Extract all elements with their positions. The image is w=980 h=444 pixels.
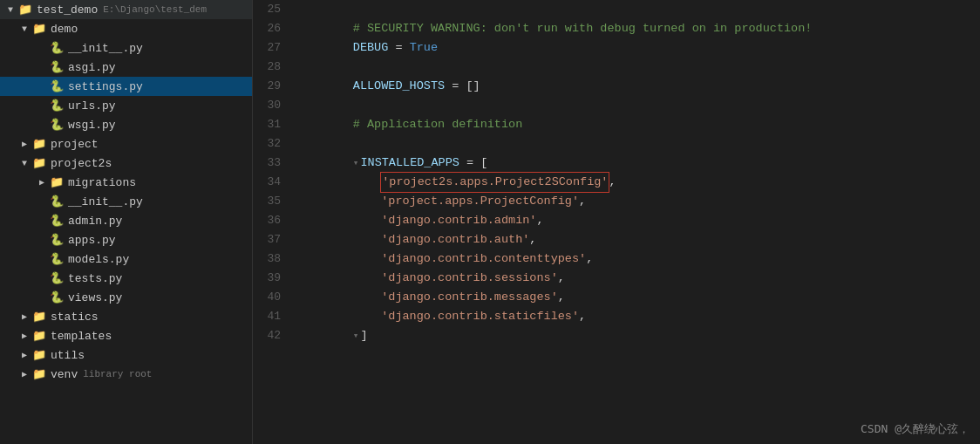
code-line-32: ▾INSTALLED_APPS = [ [296,134,980,154]
sidebar-item-label: __init__.py [68,42,143,55]
sidebar-item-label: apps.py [68,234,116,247]
code-line-38: 'django.contrib.sessions', [296,249,980,269]
sidebar-item-label: project2s [51,157,112,170]
code-line-40: 'django.contrib.staticfiles', [296,288,980,307]
sidebar-item-tests-py[interactable]: 🐍 tests.py [0,269,252,288]
sidebar-item-demo[interactable]: ▼ 📁 demo [0,19,252,38]
arrow-icon: ▶ [17,350,31,360]
sidebar-item-label: asgi.py [68,61,116,74]
code-line-33: 'project2s.apps.Project2SConfig', [296,154,980,173]
sidebar-item-asgi-py[interactable]: 🐍 asgi.py [0,58,252,77]
py-file-icon: 🐍 [49,290,65,304]
py-file-icon: 🐍 [49,271,65,285]
py-file-icon: 🐍 [49,41,65,55]
py-file-icon: 🐍 [49,214,65,228]
code-line-36: 'django.contrib.auth', [296,211,980,230]
sidebar-item-label: __init__.py [68,195,143,208]
project-path: E:\Django\test_dem [103,4,207,15]
code-content: # SECURITY WARNING: don't run with debug… [289,0,980,444]
sidebar-item-project[interactable]: ▶ 📁 project [0,134,252,154]
sidebar-item-label: test_demo [37,3,98,17]
py-file-icon: 🐍 [49,60,65,74]
code-line-37: 'django.contrib.contenttypes', [296,230,980,249]
sidebar-item-label: templates [51,330,112,343]
code-line-39: 'django.contrib.messages', [296,269,980,288]
file-tree: ▼ 📁 test_demo E:\Django\test_dem ▼ 📁 dem… [0,0,252,444]
arrow-icon: ▼ [3,5,17,15]
watermark: CSDN @久醉绕心弦， [861,421,970,437]
sidebar-item-test_demo[interactable]: ▼ 📁 test_demo E:\Django\test_dem [0,0,252,19]
sidebar-item-label: wsgi.py [68,119,116,132]
sidebar-item-migrations[interactable]: ▶ 📁 migrations [0,173,252,192]
sidebar-item-init-py[interactable]: 🐍 __init__.py [0,38,252,58]
code-line-25: # SECURITY WARNING: don't run with debug… [296,0,980,19]
folder-icon: 📁 [31,329,47,343]
sidebar-item-label: admin.py [68,215,122,228]
py-file-icon: 🐍 [49,252,65,266]
code-line-28: ALLOWED_HOSTS = [] [296,58,980,77]
sidebar-item-label: statics [51,311,99,324]
folder-icon: 📁 [17,3,33,17]
sidebar-item-label: views.py [68,291,122,304]
arrow-icon: ▶ [17,139,31,149]
folder-icon: 📁 [31,137,47,151]
arrow-icon: ▼ [17,159,31,168]
folder-icon: 📁 [31,156,47,170]
code-area: 25 26 27 28 29 30 31 32 33 34 35 36 37 3… [253,0,980,444]
code-line-31 [296,115,980,134]
sidebar-item-label: models.py [68,253,129,266]
code-line-41: ▾] [296,307,980,326]
code-line-34: 'project.apps.ProjectConfig', [296,173,980,192]
folder-icon: 📁 [49,175,65,189]
py-file-icon: 🐍 [49,233,65,247]
sidebar-item-venv[interactable]: ▶ 📁 venv library root [0,365,252,384]
arrow-icon: ▶ [17,331,31,341]
sidebar-item-urls-py[interactable]: 🐍 urls.py [0,96,252,115]
sidebar-item-templates[interactable]: ▶ 📁 templates [0,326,252,345]
sidebar-item-label: project [51,138,99,151]
py-file-icon: 🐍 [49,118,65,132]
sidebar-item-models-py[interactable]: 🐍 models.py [0,249,252,269]
sidebar-item-settings-py[interactable]: 🐍 settings.py [0,77,252,96]
sidebar-item-label: migrations [68,176,136,189]
sidebar-item-wsgi-py[interactable]: 🐍 wsgi.py [0,115,252,134]
arrow-icon: ▶ [17,311,31,322]
folder-icon: 📁 [31,367,47,381]
sidebar-item-label: settings.py [68,80,143,93]
arrow-icon: ▶ [35,177,49,188]
sidebar-item-label: demo [51,23,78,36]
sidebar-item-views-py[interactable]: 🐍 views.py [0,288,252,307]
file-tree-sidebar: ▼ 📁 test_demo E:\Django\test_dem ▼ 📁 dem… [0,0,253,444]
sidebar-item-label: tests.py [68,272,122,285]
folder-icon: 📁 [31,22,47,36]
sidebar-item-label: utils [51,349,85,362]
arrow-icon: ▶ [17,369,31,379]
code-line-27 [296,38,980,58]
code-line-35: 'django.contrib.admin', [296,192,980,211]
sidebar-item-utils[interactable]: ▶ 📁 utils [0,345,252,365]
sidebar-item-apps-py[interactable]: 🐍 apps.py [0,230,252,249]
sidebar-item-admin-py[interactable]: 🐍 admin.py [0,211,252,230]
code-line-29 [296,77,980,96]
arrow-icon: ▼ [17,24,31,34]
folder-icon: 📁 [31,310,47,324]
sidebar-item-project2s[interactable]: ▼ 📁 project2s [0,154,252,173]
py-file-icon: 🐍 [49,195,65,208]
sidebar-item-label: urls.py [68,99,116,113]
venv-sublabel: library root [83,369,152,379]
sidebar-item-label: venv [51,368,78,381]
line-numbers: 25 26 27 28 29 30 31 32 33 34 35 36 37 3… [253,0,289,444]
code-editor: 25 26 27 28 29 30 31 32 33 34 35 36 37 3… [253,0,980,444]
sidebar-item-init-py-2[interactable]: 🐍 __init__.py [0,192,252,211]
code-line-42 [296,326,980,345]
code-line-26: DEBUG = True [296,19,980,38]
folder-icon: 📁 [31,348,47,362]
sidebar-item-statics[interactable]: ▶ 📁 statics [0,307,252,326]
code-line-30: # Application definition [296,96,980,115]
py-file-icon: 🐍 [49,99,65,113]
py-file-icon: 🐍 [49,79,65,93]
